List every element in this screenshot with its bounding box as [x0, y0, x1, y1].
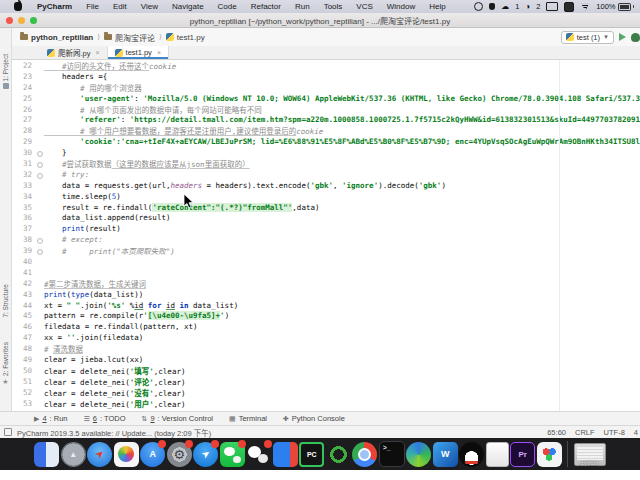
toolwindow-project-button[interactable]: 1: Project — [0, 54, 11, 89]
apple-menu-icon[interactable] — [14, 2, 22, 11]
line-number[interactable]: 52 — [12, 388, 36, 397]
color-circles-app-icon[interactable] — [537, 442, 562, 467]
breadcrumb-item[interactable]: test1.py — [166, 33, 205, 42]
line-number[interactable]: 35 — [12, 203, 36, 212]
breadcrumb-item[interactable]: python_reptilian — [20, 33, 93, 42]
line-number[interactable]: 51 — [12, 377, 36, 386]
code-line[interactable]: 43print(type(data_list)) — [12, 289, 640, 300]
line-number[interactable]: 36 — [12, 213, 36, 222]
todo-toolwindow-button[interactable]: ☰6: TODO — [84, 414, 126, 423]
code-line[interactable]: 50clear = delete_nei('填写',clear) — [12, 365, 640, 376]
paper-plane-app-icon[interactable]: ➤ — [193, 442, 218, 467]
line-number[interactable]: 33 — [12, 181, 36, 190]
breadcrumb-item[interactable]: 爬淘宝评论 — [104, 32, 155, 43]
encoding-widget[interactable]: UTF-8 — [604, 428, 625, 437]
chat-app-icon[interactable] — [246, 442, 271, 467]
code-line[interactable]: 28 # 哪个用户想要看数据，是游客还是注册用户,建议使用登录后的cookie — [12, 125, 640, 136]
version-control-toolwindow-button[interactable]: ⇅9: Version Control — [142, 414, 214, 423]
code-line[interactable]: 30 } — [12, 147, 640, 158]
code-line[interactable]: 38 # except: — [12, 234, 640, 245]
input-method-icon[interactable] — [564, 2, 574, 12]
code-line[interactable]: 41 — [12, 267, 640, 278]
line-number[interactable]: 23 — [12, 72, 36, 81]
toolwindow-favorites-button[interactable]: 2: Favorites ★ — [0, 342, 11, 385]
code-line[interactable]: 44xt = " ".join('%s' %id for id in data_… — [12, 300, 640, 311]
run-button[interactable] — [619, 33, 626, 41]
terminal-icon[interactable]: >_ — [379, 441, 405, 467]
code-line[interactable]: 34 time.sleep(5) — [12, 191, 640, 202]
finder-icon[interactable] — [34, 442, 59, 467]
code-line[interactable]: 52clear = delete_nei('没有',clear) — [12, 387, 640, 398]
terminal-toolwindow-button[interactable]: ▦Terminal — [229, 414, 267, 423]
toolwindow-toggle-icon[interactable] — [4, 428, 12, 436]
menu-item-edit[interactable]: Edit — [106, 2, 134, 11]
python-console-toolwindow-button[interactable]: ✚Python Console — [283, 414, 345, 423]
menu-item-file[interactable]: File — [79, 2, 106, 11]
menu-item-view[interactable]: View — [134, 2, 165, 11]
dictionary-app-icon[interactable] — [273, 442, 298, 467]
battery-indicator[interactable]: 100% — [596, 2, 634, 11]
line-number[interactable]: 39 — [12, 246, 36, 255]
line-number[interactable]: 47 — [12, 333, 36, 342]
code-line[interactable]: 47xx = ''.join(filedata) — [12, 332, 640, 343]
code-line[interactable]: 31 #尝试获取数据（这里的数据应该是从json里面获取的） — [12, 158, 640, 169]
menu-item-refactor[interactable]: Refactor — [244, 2, 288, 11]
code-line[interactable]: 35 result = re.findall('rateContent":"(.… — [12, 202, 640, 213]
caret-position-widget[interactable]: 65:60 — [547, 428, 566, 437]
code-line[interactable]: 37 print(result) — [12, 223, 640, 234]
code-line[interactable]: 24 # 用的哪个浏览器 — [12, 82, 640, 93]
system-preferences-icon[interactable]: ⚙ — [167, 442, 192, 467]
line-separator-widget[interactable]: CRLF — [575, 428, 595, 437]
chrome-icon[interactable] — [352, 442, 377, 467]
code-line[interactable]: 48# 清洗数据 — [12, 343, 640, 354]
pycharm-icon[interactable]: PC — [299, 442, 324, 467]
indent-widget[interactable]: 4 — [634, 428, 638, 437]
line-number[interactable]: 45 — [12, 311, 36, 320]
wifi-icon[interactable] — [580, 3, 590, 11]
line-number[interactable]: 46 — [12, 322, 36, 331]
line-number[interactable]: 27 — [12, 115, 36, 124]
line-number[interactable]: 34 — [12, 192, 36, 201]
code-line[interactable]: 26 # 从哪个页面发出的数据申请，每个网站可能略有不同 — [12, 104, 640, 115]
code-line[interactable]: 49clear = jieba.lcut(xx) — [12, 354, 640, 365]
line-number[interactable]: 43 — [12, 290, 36, 299]
line-number[interactable]: 29 — [12, 137, 36, 146]
code-line[interactable]: 27 'referer': 'https://detail.tmall.com/… — [12, 114, 640, 125]
line-number[interactable]: 30 — [12, 148, 36, 157]
debug-button[interactable] — [631, 33, 640, 42]
code-line[interactable]: 29 'cookie':'cna=+tIeF4X+aEYCAW/LBEJuPrS… — [12, 136, 640, 147]
code-line[interactable]: 45pattern = re.compile(r'[\u4e00-\u9fa5]… — [12, 310, 640, 321]
status-message[interactable]: PyCharm 2019.3.5 available: // Update...… — [17, 427, 211, 438]
editor-tab-爬新闻.py[interactable]: 爬新闻.py× — [40, 46, 108, 59]
code-editor[interactable]: 22 #访问的头文件，还带这个cookie23 headers ={24 # 用… — [12, 60, 640, 411]
code-line[interactable]: 51clear = delete_nei('评论',clear) — [12, 376, 640, 387]
notes-app-icon[interactable] — [486, 442, 509, 467]
code-line[interactable]: 36 data_list.append(result) — [12, 212, 640, 223]
line-number[interactable]: 40 — [12, 257, 36, 266]
line-number[interactable]: 42 — [12, 279, 36, 288]
run-configuration-select[interactable]: test (1) ▼ — [561, 31, 614, 44]
minimized-window-python[interactable]: python — [574, 443, 606, 466]
line-number[interactable]: 53 — [12, 399, 36, 408]
code-line[interactable]: 53clear = delete_nei('用户',clear) — [12, 398, 640, 409]
menu-item-vcs[interactable]: VCS — [349, 2, 379, 11]
app-store-icon[interactable]: A — [140, 442, 165, 467]
cloud-icon[interactable]: ☁ — [501, 3, 509, 11]
close-tab-icon[interactable]: × — [96, 49, 100, 56]
qq-icon[interactable] — [459, 442, 484, 467]
green-ring-app-icon[interactable] — [326, 442, 351, 467]
menu-item-tools[interactable]: Tools — [317, 2, 350, 11]
code-line[interactable]: 23 headers ={ — [12, 71, 640, 82]
run-toolwindow-button[interactable]: ▶4: Run — [34, 414, 68, 423]
line-number[interactable]: 44 — [12, 301, 36, 310]
toolwindow-structure-button[interactable]: 7: Structure — [0, 284, 11, 318]
premiere-icon[interactable]: Pr — [510, 442, 535, 467]
line-number[interactable]: 25 — [12, 94, 36, 103]
word-icon[interactable]: W — [433, 442, 458, 467]
safari-icon[interactable]: ➤ — [87, 442, 112, 467]
menu-item-window[interactable]: Window — [380, 2, 422, 11]
moon-icon[interactable]: ◑ — [525, 3, 530, 11]
launchpad-icon[interactable]: ▲ — [61, 442, 86, 467]
line-number[interactable]: 41 — [12, 268, 36, 277]
code-line[interactable]: 32 # try: — [12, 169, 640, 180]
